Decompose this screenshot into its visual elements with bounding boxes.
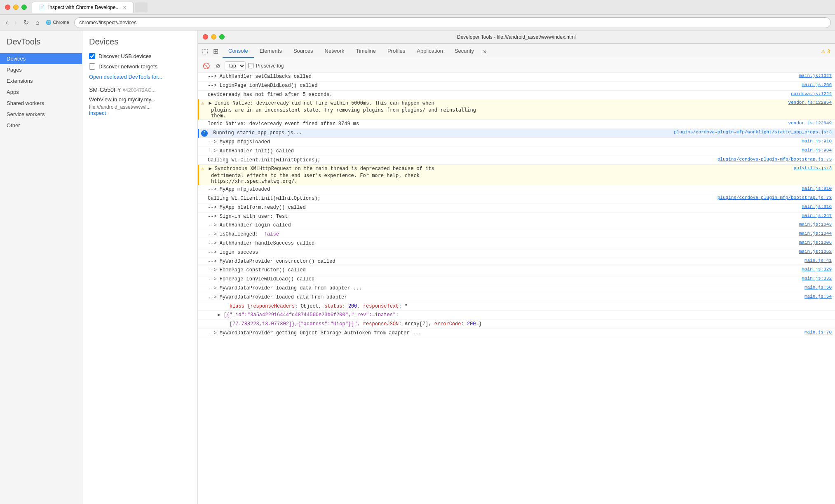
- console-source[interactable]: plugins/cordova-plugin-mfp/bootstrap.js:…: [718, 157, 832, 162]
- discover-network-checkbox[interactable]: [89, 63, 95, 70]
- discover-usb-checkbox[interactable]: [89, 53, 95, 59]
- devtools-close-button[interactable]: [203, 34, 208, 40]
- tab-console[interactable]: Console: [223, 44, 254, 58]
- console-source[interactable]: main.js:266: [802, 82, 832, 87]
- devtools-minimize-button[interactable]: [211, 34, 216, 40]
- sidebar-item-other[interactable]: Other: [0, 120, 82, 131]
- expand-icon[interactable]: ▶: [218, 312, 220, 318]
- devtools-window: Developer Tools - file:///android_asset/…: [198, 30, 835, 504]
- console-source[interactable]: vendor.js:122849: [788, 121, 832, 126]
- console-source[interactable]: main.js:70: [805, 330, 832, 335]
- console-line: --> AuthHandler login called main.js:104…: [198, 221, 835, 230]
- console-text: --> AuthHandler setCallbacks called: [208, 73, 793, 80]
- sidebar-item-service-workers[interactable]: Service workers: [0, 109, 82, 120]
- console-line: --> AuthHandler handleSuccess called mai…: [198, 239, 835, 248]
- filter-button[interactable]: ⊘: [214, 62, 222, 70]
- minimize-button[interactable]: [13, 5, 19, 10]
- console-source[interactable]: main.js:1044: [799, 231, 832, 236]
- console-obj-expand2: [77.788223,13.077302]},{"address":"Uiop"…: [198, 320, 835, 329]
- discover-network-label: Discover network targets: [99, 63, 157, 70]
- browser-window: 📄 Inspect with Chrome Develope... ✕ ‹ › …: [0, 0, 835, 504]
- console-line: --> login success main.js:1052: [198, 248, 835, 257]
- warning-detail: plugins are in an inconsistent state. Tr…: [201, 107, 476, 113]
- tab-security[interactable]: Security: [449, 44, 480, 58]
- console-source[interactable]: main.js:1052: [799, 249, 832, 254]
- console-source[interactable]: main.js:329: [802, 267, 832, 272]
- console-line: --> HomePage ionViewDidLoad() called mai…: [198, 275, 835, 284]
- tab-network[interactable]: Network: [319, 44, 350, 58]
- clear-console-button[interactable]: 🚫: [201, 62, 211, 70]
- device-id: #4200472AC...: [122, 87, 155, 93]
- console-line: --> MyWardDataProvider constructor() cal…: [198, 257, 835, 266]
- inspect-link[interactable]: inspect: [89, 110, 106, 116]
- console-text: --> MyWardDataProvider loading data from…: [208, 285, 798, 292]
- device-name: SM-G550FY: [89, 86, 121, 93]
- dock-icon[interactable]: ⊞: [211, 47, 221, 55]
- console-source[interactable]: main.js:1006: [799, 240, 832, 245]
- browser-tab[interactable]: 📄 Inspect with Chrome Develope... ✕: [32, 2, 134, 13]
- context-select[interactable]: top: [225, 61, 246, 70]
- tab-timeline[interactable]: Timeline: [350, 44, 382, 58]
- warning-detail4: https://xhr.spec.whatwg.org/.: [201, 178, 298, 184]
- devtools-maximize-button[interactable]: [219, 34, 225, 40]
- console-source[interactable]: main.js:247: [802, 213, 832, 218]
- tab-application[interactable]: Application: [411, 44, 449, 58]
- new-tab-button[interactable]: [135, 2, 148, 12]
- console-source[interactable]: main.js:50: [805, 285, 832, 290]
- console-source[interactable]: polyfills.js:3: [794, 166, 832, 173]
- expand-arrow[interactable]: ▶: [209, 100, 211, 106]
- preserve-log-checkbox[interactable]: [248, 63, 253, 68]
- console-source[interactable]: main.js:984: [802, 148, 832, 153]
- browser-titlebar: 📄 Inspect with Chrome Develope... ✕: [0, 0, 835, 15]
- maximize-button[interactable]: [21, 5, 27, 10]
- devtools-sidebar-title: DevTools: [0, 37, 82, 53]
- home-button[interactable]: ⌂: [34, 18, 41, 27]
- console-text: Calling WL.Client.init(wlInitOptions);: [208, 157, 711, 164]
- tab-close-button[interactable]: ✕: [123, 5, 127, 10]
- console-line: --> MyApp mfpjsloaded main.js:910: [198, 138, 835, 147]
- sidebar-item-pages[interactable]: Pages: [0, 64, 82, 75]
- sidebar-item-apps[interactable]: Apps: [0, 86, 82, 98]
- console-source[interactable]: main.js:54: [805, 294, 832, 299]
- devtools-tabs: ⬚ ⊞ Console Elements Sources Network Tim…: [198, 44, 835, 59]
- tab-sources[interactable]: Sources: [288, 44, 319, 58]
- console-source[interactable]: cordova.js:1224: [791, 91, 832, 96]
- console-source[interactable]: main.js:910: [802, 186, 832, 191]
- warning-icon: ⚠: [201, 100, 204, 106]
- forward-button[interactable]: ›: [13, 18, 18, 27]
- close-button[interactable]: [5, 5, 10, 10]
- browser-toolbar: ‹ › ↻ ⌂ 🌐 Chrome: [0, 15, 835, 30]
- sidebar-item-extensions[interactable]: Extensions: [0, 75, 82, 86]
- info-badge: 2: [201, 130, 208, 137]
- sidebar-item-shared-workers[interactable]: Shared workers: [0, 98, 82, 109]
- open-dedicated-link[interactable]: Open dedicated DevTools for...: [89, 74, 162, 80]
- devtools-window-title: Developer Tools - file:///android_asset/…: [457, 34, 576, 40]
- console-source[interactable]: main.js:41: [805, 258, 832, 263]
- console-source[interactable]: main.js:1043: [799, 222, 832, 227]
- tab-elements[interactable]: Elements: [254, 44, 288, 58]
- console-source[interactable]: plugins/cordova-plugin-mfp/worklight/sta…: [674, 130, 832, 135]
- back-button[interactable]: ‹: [4, 18, 9, 27]
- console-source[interactable]: plugins/cordova-plugin-mfp/bootstrap.js:…: [718, 195, 832, 200]
- tab-profiles[interactable]: Profiles: [382, 44, 411, 58]
- console-line-warning: ⚠ ▶ Ionic Native: deviceready did not fi…: [198, 99, 835, 120]
- cursor-icon[interactable]: ⬚: [199, 47, 211, 55]
- console-line: --> MyApp platform.ready() called main.j…: [198, 203, 835, 212]
- sidebar-item-devices[interactable]: Devices: [0, 53, 82, 64]
- console-source[interactable]: main.js:1027: [799, 73, 832, 78]
- devtools-titlebar: Developer Tools - file:///android_asset/…: [198, 30, 835, 44]
- address-bar[interactable]: [74, 17, 831, 28]
- console-source[interactable]: vendor.js:122854: [788, 100, 832, 107]
- console-source[interactable]: main.js:916: [802, 204, 832, 209]
- tab-title: Inspect with Chrome Develope...: [48, 5, 120, 10]
- more-tabs-button[interactable]: »: [480, 46, 490, 57]
- console-line: deviceready has not fired after 5 second…: [198, 91, 835, 100]
- expand-arrow2[interactable]: ▶: [209, 166, 211, 172]
- reload-button[interactable]: ↻: [22, 18, 30, 27]
- console-output[interactable]: --> AuthHandler setCallbacks called main…: [198, 72, 835, 504]
- console-source[interactable]: main.js:910: [802, 139, 832, 144]
- devtools-traffic-lights: [203, 34, 225, 40]
- warning-badge[interactable]: ⚠ 3: [818, 49, 833, 54]
- console-text: --> login success: [208, 249, 793, 256]
- console-source[interactable]: main.js:332: [802, 276, 832, 281]
